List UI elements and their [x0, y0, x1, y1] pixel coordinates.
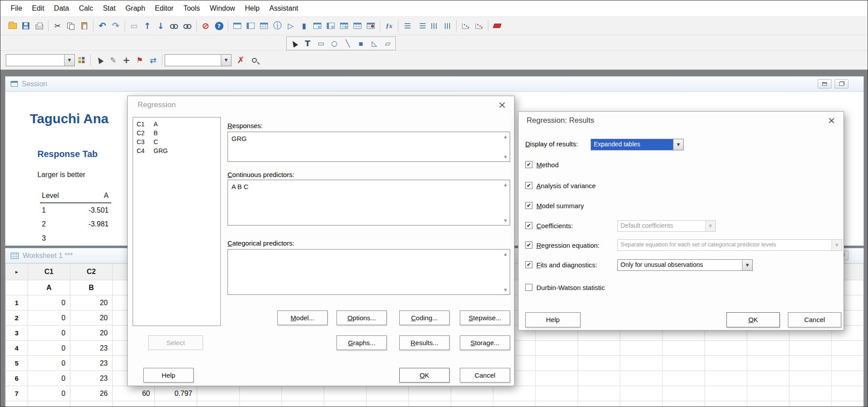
continuous-predictors-input[interactable]: A B C: [227, 180, 510, 226]
variable-item[interactable]: C1 A: [133, 120, 220, 129]
help-button[interactable]: Help: [143, 368, 194, 383]
marker-tool-button[interactable]: ▪: [354, 37, 368, 49]
minimize-button[interactable]: [818, 79, 831, 89]
ok-button[interactable]: OK: [726, 312, 780, 327]
cell[interactable]: [28, 401, 70, 407]
polygon-tool-button[interactable]: ▱: [381, 37, 394, 49]
trend-plot-button[interactable]: [472, 19, 486, 32]
cell[interactable]: 0: [28, 310, 70, 326]
flag-button[interactable]: ⚑: [133, 53, 146, 67]
erase-button[interactable]: [491, 19, 504, 32]
edit-annotation-button[interactable]: ✎: [106, 53, 120, 67]
variable-item[interactable]: C2 B: [133, 129, 220, 137]
cell[interactable]: 20: [70, 326, 113, 341]
row-number[interactable]: 6: [6, 371, 28, 386]
run-button[interactable]: ▷: [284, 19, 297, 32]
open-worksheet-button[interactable]: [337, 19, 351, 32]
display-results-combo[interactable]: Expanded tables: [591, 139, 684, 150]
menu-stat[interactable]: Stat: [98, 2, 120, 15]
dropdown-arrow-icon[interactable]: [64, 55, 74, 66]
row-label-cell[interactable]: [6, 280, 28, 295]
regression-equation-checkbox[interactable]: ✔: [525, 242, 532, 249]
project-manager-button[interactable]: [231, 19, 244, 32]
fits-diagnostics-checkbox[interactable]: ✔: [525, 261, 532, 268]
help-button[interactable]: Help: [525, 312, 580, 327]
menu-calc[interactable]: Calc: [74, 2, 98, 15]
list-left-button[interactable]: [401, 19, 414, 32]
close-worksheet-button[interactable]: [364, 19, 377, 32]
show-column-button[interactable]: ▮: [297, 19, 311, 32]
cell[interactable]: 20: [70, 310, 113, 326]
select-item-button[interactable]: [93, 53, 106, 67]
save-button[interactable]: [19, 19, 32, 32]
session-folder-button[interactable]: [244, 19, 257, 32]
cell[interactable]: 60: [113, 386, 155, 401]
fold-window-button[interactable]: [311, 19, 324, 32]
cell[interactable]: 23: [70, 371, 113, 386]
model-button[interactable]: Model...: [277, 310, 328, 325]
cancel-button[interactable]: Cancel: [788, 312, 841, 327]
cell[interactable]: 20: [70, 295, 113, 310]
dropdown-arrow-icon[interactable]: [221, 55, 231, 66]
variable-item[interactable]: C3 C: [133, 137, 220, 146]
cell[interactable]: [70, 401, 113, 407]
stack-columns-button[interactable]: [427, 19, 441, 32]
scroll-up-icon[interactable]: [503, 182, 508, 187]
cells-fill[interactable]: [197, 401, 864, 407]
options-button[interactable]: Options...: [337, 310, 387, 325]
find-next-button[interactable]: [181, 19, 194, 32]
menu-edit[interactable]: Edit: [27, 2, 49, 15]
crosshair-button[interactable]: +: [120, 53, 133, 67]
tile-windows-button[interactable]: [324, 19, 337, 32]
row-number[interactable]: 7: [6, 386, 28, 401]
table-view-button[interactable]: [351, 19, 364, 32]
find-button[interactable]: [167, 19, 181, 32]
graph-item-combo[interactable]: [6, 54, 75, 66]
select-all-cell[interactable]: ▸: [6, 264, 28, 280]
fits-diagnostics-combo[interactable]: Only for unusual observations: [617, 259, 753, 271]
row-number[interactable]: 5: [6, 356, 28, 371]
scroll-up-icon[interactable]: [503, 134, 508, 139]
column-header-c2[interactable]: C2: [70, 264, 113, 280]
menu-data[interactable]: Data: [49, 2, 74, 15]
cells-fill[interactable]: [197, 386, 864, 401]
close-icon[interactable]: ×: [825, 114, 838, 126]
select-tool-button[interactable]: [288, 37, 301, 49]
cell[interactable]: 23: [70, 356, 113, 371]
undo-button[interactable]: ↶: [96, 19, 109, 32]
row-number[interactable]: 4: [6, 341, 28, 356]
close-icon[interactable]: ×: [495, 99, 509, 111]
cell[interactable]: 0.797: [155, 386, 197, 401]
variable-listbox[interactable]: C1 A C2 B C3 C C4 GRG: [133, 117, 221, 326]
menu-graph[interactable]: Graph: [121, 2, 150, 15]
list-right-button[interactable]: [414, 19, 427, 32]
menu-editor[interactable]: Editor: [150, 2, 178, 15]
cell[interactable]: 23: [70, 341, 113, 356]
menu-assistant[interactable]: Assistant: [264, 2, 303, 15]
model-summary-checkbox[interactable]: ✔: [525, 202, 532, 209]
storage-button[interactable]: Storage...: [460, 335, 510, 350]
scroll-down-icon[interactable]: [503, 218, 508, 223]
stepwise-button[interactable]: Stepwise...: [460, 310, 510, 325]
row-number[interactable]: [6, 401, 28, 407]
maximize-button[interactable]: [835, 79, 848, 89]
cut-button[interactable]: ✂: [51, 19, 64, 32]
group-combo[interactable]: [165, 54, 231, 66]
copy-button[interactable]: [64, 19, 77, 32]
help-button-toolbar[interactable]: [212, 19, 226, 32]
formula-button[interactable]: ƒx: [382, 19, 396, 32]
cell[interactable]: 0: [28, 295, 70, 310]
menu-window[interactable]: Window: [205, 2, 240, 15]
open-file-button[interactable]: [6, 19, 19, 32]
cell[interactable]: [155, 401, 197, 407]
dropdown-arrow-icon[interactable]: [705, 221, 715, 231]
dropdown-arrow-icon[interactable]: [673, 139, 683, 150]
scatterplot-button[interactable]: [459, 19, 472, 32]
coefficients-combo[interactable]: Default coefficients: [617, 220, 716, 232]
categorical-predictors-input[interactable]: [227, 249, 510, 295]
cell[interactable]: 0: [28, 371, 70, 386]
cell[interactable]: 0: [28, 341, 70, 356]
previous-command-button[interactable]: ↑: [141, 19, 154, 32]
durbin-watson-checkbox[interactable]: [525, 284, 532, 291]
scroll-down-icon[interactable]: [503, 287, 508, 293]
